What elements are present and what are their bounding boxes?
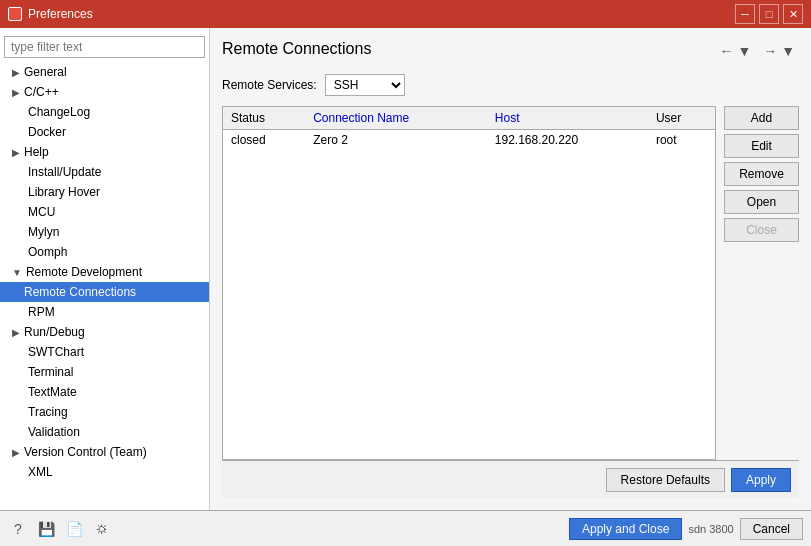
sidebar-item-label: Remote Connections [24,285,136,299]
bottom-bar: Restore Defaults Apply [222,460,799,498]
col-host: Host [487,107,648,130]
sidebar-item-remote-development[interactable]: ▼Remote Development [0,262,209,282]
chevron-icon: ▶ [12,147,20,158]
panel-title: Remote Connections [222,40,716,62]
sidebar-item-install-update[interactable]: Install/Update [0,162,209,182]
sidebar-item-run-debug[interactable]: ▶Run/Debug [0,322,209,342]
sidebar-item-library-hover[interactable]: Library Hover [0,182,209,202]
action-buttons: Add Edit Remove Open Close [724,106,799,460]
sidebar-item-label: ChangeLog [28,105,90,119]
sidebar-item-c-cpp[interactable]: ▶C/C++ [0,82,209,102]
sidebar-item-label: Version Control (Team) [24,445,147,459]
panel-header: Remote Connections ← ▼ → ▼ [222,40,799,62]
sidebar-item-textmate[interactable]: TextMate [0,382,209,402]
footer-status: sdn 3800 [688,523,733,535]
sidebar-item-label: SWTChart [28,345,84,359]
sidebar-item-validation[interactable]: Validation [0,422,209,442]
chevron-icon: ▶ [12,67,20,78]
settings-icon[interactable]: ⛭ [92,519,112,539]
footer-right: Apply and Close sdn 3800 Cancel [569,518,803,540]
restore-defaults-button[interactable]: Restore Defaults [606,468,725,492]
sidebar-item-swtchart[interactable]: SWTChart [0,342,209,362]
sidebar-item-label: Library Hover [28,185,100,199]
add-button[interactable]: Add [724,106,799,130]
app-icon [8,7,22,21]
chevron-icon: ▶ [12,87,20,98]
help-icon[interactable]: ? [8,519,28,539]
close-button[interactable]: Close [724,218,799,242]
sidebar-item-terminal[interactable]: Terminal [0,362,209,382]
sidebar-item-label: MCU [28,205,55,219]
title-bar: Preferences ─ □ ✕ [0,0,811,28]
content-area: ▶General▶C/C++ChangeLogDocker▶HelpInstal… [0,28,811,510]
chevron-icon: ▶ [12,447,20,458]
sidebar-item-oomph[interactable]: Oomph [0,242,209,262]
sidebar-item-general[interactable]: ▶General [0,62,209,82]
sidebar-item-help[interactable]: ▶Help [0,142,209,162]
connections-table-wrapper: Status Connection Name Host User closedZ… [222,106,716,460]
sidebar-item-label: Docker [28,125,66,139]
sidebar-item-rpm[interactable]: RPM [0,302,209,322]
sidebar-item-changelog[interactable]: ChangeLog [0,102,209,122]
close-button[interactable]: ✕ [783,4,803,24]
col-user: User [648,107,715,130]
apply-button[interactable]: Apply [731,468,791,492]
remote-services-select[interactable]: SSH [325,74,405,96]
sidebar-item-label: TextMate [28,385,77,399]
maximize-button[interactable]: □ [759,4,779,24]
sidebar-item-label: General [24,65,67,79]
import-icon[interactable]: 📄 [64,519,84,539]
nav-forward-button[interactable]: → ▼ [759,41,799,61]
sidebar-item-label: Terminal [28,365,73,379]
main-container: ▶General▶C/C++ChangeLogDocker▶HelpInstal… [0,28,811,546]
edit-button[interactable]: Edit [724,134,799,158]
sidebar-item-mylyn[interactable]: Mylyn [0,222,209,242]
footer-icons: ? 💾 📄 ⛭ [8,519,112,539]
sidebar-item-label: Validation [28,425,80,439]
chevron-icon: ▶ [12,327,20,338]
footer-bar: ? 💾 📄 ⛭ Apply and Close sdn 3800 Cancel [0,510,811,546]
cancel-button[interactable]: Cancel [740,518,803,540]
connections-table: Status Connection Name Host User closedZ… [223,107,715,150]
sidebar-item-label: RPM [28,305,55,319]
remove-button[interactable]: Remove [724,162,799,186]
sidebar-item-label: C/C++ [24,85,59,99]
sidebar-item-label: Install/Update [28,165,101,179]
sidebar-item-label: Tracing [28,405,68,419]
sidebar-item-label: Run/Debug [24,325,85,339]
apply-and-close-button[interactable]: Apply and Close [569,518,682,540]
sidebar-item-label: XML [28,465,53,479]
sidebar-item-xml[interactable]: XML [0,462,209,482]
sidebar: ▶General▶C/C++ChangeLogDocker▶HelpInstal… [0,28,210,510]
window-controls: ─ □ ✕ [735,4,803,24]
sidebar-item-tracing[interactable]: Tracing [0,402,209,422]
sidebar-item-version-control[interactable]: ▶Version Control (Team) [0,442,209,462]
col-connection-name: Connection Name [305,107,487,130]
sidebar-item-label: Mylyn [28,225,59,239]
remote-services-label: Remote Services: [222,78,317,92]
open-button[interactable]: Open [724,190,799,214]
sidebar-item-label: Remote Development [26,265,142,279]
export-icon[interactable]: 💾 [36,519,56,539]
table-row[interactable]: closedZero 2192.168.20.220root [223,130,715,151]
remote-services-row: Remote Services: SSH [222,74,799,96]
col-status: Status [223,107,305,130]
sidebar-item-label: Help [24,145,49,159]
chevron-icon: ▼ [12,267,22,278]
right-panel: Remote Connections ← ▼ → ▼ Remote Servic… [210,28,811,510]
nav-back-button[interactable]: ← ▼ [716,41,756,61]
sidebar-item-remote-connections[interactable]: Remote Connections [0,282,209,302]
minimize-button[interactable]: ─ [735,4,755,24]
sidebar-item-label: Oomph [28,245,67,259]
sidebar-item-docker[interactable]: Docker [0,122,209,142]
search-input[interactable] [4,36,205,58]
sidebar-item-mcu[interactable]: MCU [0,202,209,222]
nav-arrows: ← ▼ → ▼ [716,41,800,61]
window-title: Preferences [28,7,93,21]
connections-layout: Status Connection Name Host User closedZ… [222,106,799,460]
